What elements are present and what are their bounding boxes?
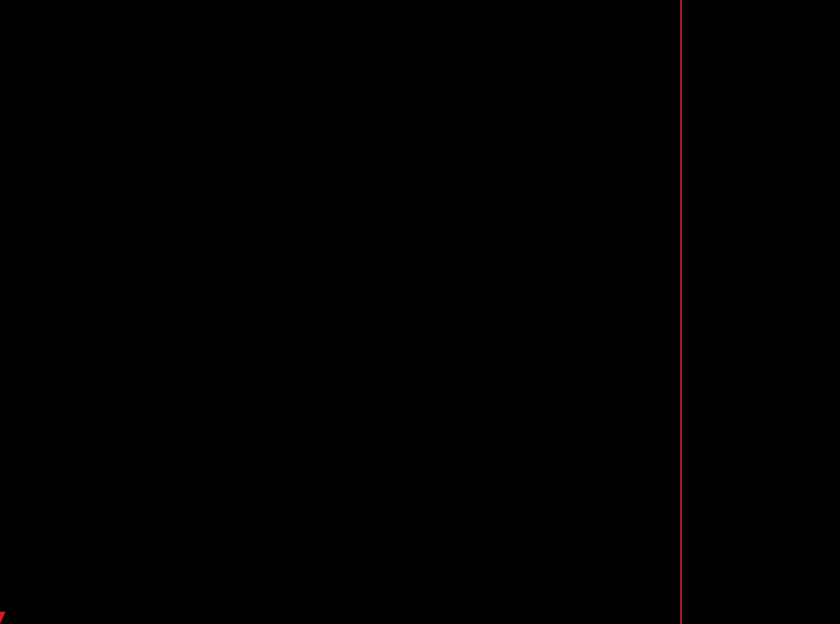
kdj-panel[interactable]: [56, 449, 680, 601]
quote-title: [682, 1, 840, 18]
quote-sidebar: [680, 0, 840, 624]
tab-bar-wedge-icon: [0, 612, 5, 624]
quote-symbol: [682, 33, 840, 49]
top-bar: [0, 0, 680, 10]
trading-app: [0, 0, 840, 624]
date-axis: [0, 601, 680, 612]
macd-panel[interactable]: [56, 303, 680, 446]
main-candlestick-chart[interactable]: [56, 10, 680, 300]
price-axis-column: [0, 0, 55, 612]
